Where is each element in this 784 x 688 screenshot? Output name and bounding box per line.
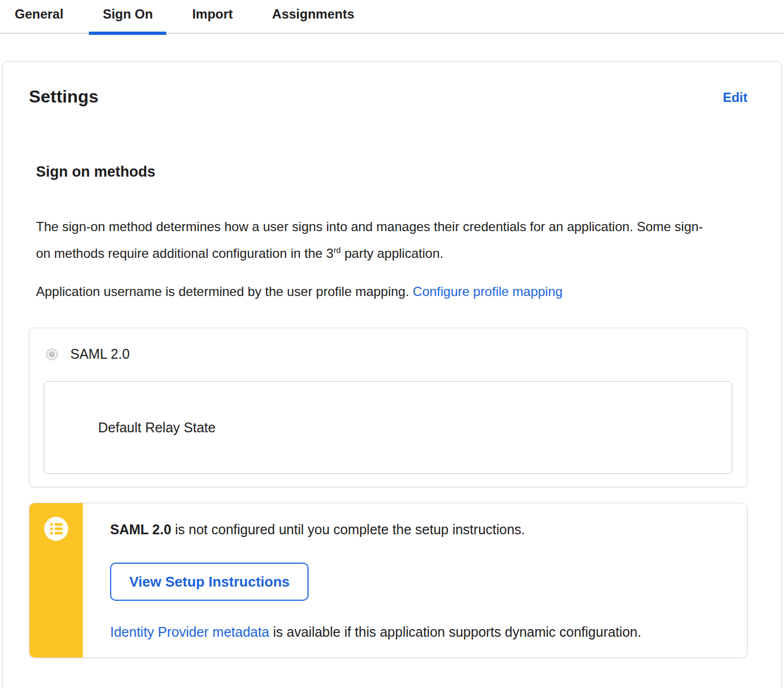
edit-link[interactable]: Edit: [723, 90, 747, 105]
card-header: Settings Edit: [29, 87, 747, 107]
settings-card: Settings Edit Sign on methods The sign-o…: [2, 61, 782, 688]
callout-message-bold: SAML 2.0: [110, 522, 171, 537]
username-mapping-line: Application username is determined by th…: [36, 278, 712, 305]
tab-sign-on[interactable]: Sign On: [89, 2, 166, 33]
saml-radio-label: SAML 2.0: [70, 346, 130, 362]
callout-message: SAML 2.0 is not configured until you com…: [110, 521, 725, 538]
page-title: Settings: [29, 87, 99, 107]
saml-method-box: SAML 2.0 Default Relay State: [29, 328, 747, 487]
callout-body: SAML 2.0 is not configured until you com…: [83, 503, 747, 657]
app-tabbar: General Sign On Import Assignments: [0, 0, 784, 34]
tab-import[interactable]: Import: [178, 2, 246, 33]
username-mapping-text: Application username is determined by th…: [36, 284, 413, 299]
default-relay-state-box: Default Relay State: [44, 381, 732, 474]
configure-profile-mapping-link[interactable]: Configure profile mapping: [413, 284, 563, 299]
metadata-text: is available if this application support…: [269, 624, 641, 639]
metadata-line: Identity Provider metadata is available …: [110, 624, 725, 640]
callout-accent-bar: [29, 503, 83, 657]
callout-message-text: is not configured until you complete the…: [171, 522, 525, 537]
default-relay-state-label: Default Relay State: [98, 420, 215, 436]
sign-on-methods-heading: Sign on methods: [36, 164, 747, 180]
setup-callout: SAML 2.0 is not configured until you com…: [29, 503, 747, 658]
description-superscript: rd: [334, 245, 341, 255]
description-text-part2: party application.: [341, 246, 443, 261]
sign-on-description: The sign-on method determines how a user…: [36, 213, 712, 267]
list-icon: [44, 517, 68, 541]
view-setup-instructions-button[interactable]: View Setup Instructions: [110, 563, 309, 601]
saml-radio-row: SAML 2.0: [29, 328, 747, 362]
tab-general[interactable]: General: [1, 2, 77, 33]
identity-provider-metadata-link[interactable]: Identity Provider metadata: [110, 624, 269, 639]
saml-radio[interactable]: [46, 348, 58, 360]
tab-assignments[interactable]: Assignments: [258, 2, 368, 33]
